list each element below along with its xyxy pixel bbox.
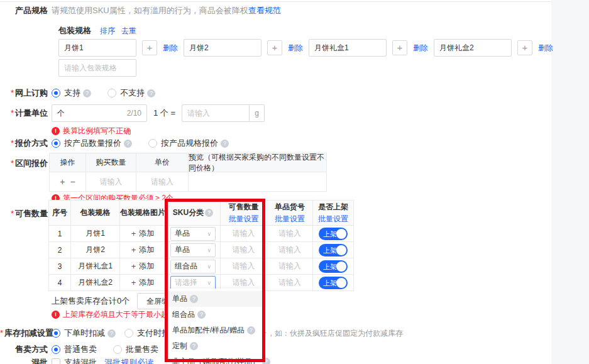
stock-error: ! 上架库存必填且大于等于最小起订量 xyxy=(52,309,184,320)
row3-listed-toggle[interactable]: 上架 xyxy=(319,260,348,273)
row1-qty-input[interactable]: 请输入 xyxy=(221,226,267,242)
row1-index: 1 xyxy=(49,226,71,242)
required-mark: * xyxy=(11,138,14,148)
sell-mode-label: 售卖方式 xyxy=(15,345,48,354)
row2-index: 2 xyxy=(49,242,71,258)
sku-option-combo[interactable]: 组合品 ? xyxy=(167,307,263,323)
normal-sell-radio[interactable] xyxy=(52,345,60,354)
deduct-on-order-radio[interactable] xyxy=(52,329,60,338)
row-product-spec: 产品规格 请规范使用SKU属性，如有滥用的行为，商品会被降权查看规范 xyxy=(0,5,281,16)
range-price-input[interactable]: 请输入 xyxy=(136,172,189,192)
mixed-batch-rules-link[interactable]: 混批规则必读 xyxy=(104,357,153,364)
package-spec-input-3[interactable] xyxy=(309,39,387,57)
mixed-batch-checkbox[interactable] xyxy=(52,358,60,364)
add-spec-icon[interactable]: + xyxy=(142,40,157,55)
help-icon[interactable]: ? xyxy=(190,295,198,303)
price-by-qty-radio[interactable] xyxy=(52,139,60,148)
remove-range-icon[interactable]: − xyxy=(70,177,75,187)
batch-sell-label[interactable]: 批量售卖 xyxy=(126,344,158,355)
row3-add-image[interactable]: +添加 xyxy=(120,258,166,275)
help-icon[interactable]: ? xyxy=(221,140,229,148)
range-qty-input[interactable]: 请输入 xyxy=(86,172,136,192)
delete-spec-link-3[interactable]: 删除 xyxy=(413,43,428,53)
row1-sku-select[interactable]: 单品∨ xyxy=(170,227,216,241)
row2-sku-value: 单品 xyxy=(175,245,190,255)
unit-ratio-input[interactable] xyxy=(182,104,250,122)
view-spec-rules-link[interactable]: 查看规范 xyxy=(248,5,281,16)
price-by-spec-radio[interactable] xyxy=(148,139,157,148)
new-package-spec-input[interactable] xyxy=(58,59,136,77)
sku-type-dropdown: 单品 ? 组合品 ? 单品加配件/样品/赠品 ? 定制 ? 非主品（赠品/配件/… xyxy=(167,289,263,364)
product-spec-label: 产品规格 xyxy=(0,5,48,16)
row2-listed-toggle[interactable]: 上架 xyxy=(319,244,348,256)
row2-code-input[interactable]: 请输入 xyxy=(267,242,313,258)
add-spec-icon[interactable]: + xyxy=(267,40,282,55)
row3-qty-input[interactable]: 请输入 xyxy=(221,258,267,275)
page-right-margin xyxy=(551,0,589,364)
help-icon[interactable]: ? xyxy=(247,326,255,334)
unit-error: ! 换算比例填写不正确 xyxy=(52,126,131,136)
row2-sku-select[interactable]: 单品∨ xyxy=(170,243,216,257)
row1-code-input[interactable]: 请输入 xyxy=(267,226,313,242)
range-price-table: 操作 购买数量 单价 预览（可根据买家采购的不同数量设置不同价格） + − 请输… xyxy=(49,153,327,192)
sku-option-non-main[interactable]: 非主品（赠品/配件/样品） ? xyxy=(167,354,263,364)
normal-sell-label[interactable]: 普通售卖 xyxy=(64,344,97,355)
unit-suffix: g xyxy=(250,104,265,122)
deduct-on-order-label[interactable]: 下单时扣减 xyxy=(64,328,105,339)
range-col-qty: 购买数量 xyxy=(86,153,136,172)
online-order-no-radio[interactable] xyxy=(107,89,116,97)
online-order-yes-radio[interactable] xyxy=(52,89,60,97)
package-spec-input-2[interactable] xyxy=(184,39,261,57)
row2-qty-input[interactable]: 请输入 xyxy=(221,242,267,258)
row1-listed-toggle[interactable]: 上架 xyxy=(319,228,348,240)
row4-listed-toggle[interactable]: 上架 xyxy=(319,277,348,289)
delete-spec-link-4[interactable]: 删除 xyxy=(538,43,553,53)
help-icon[interactable]: ? xyxy=(190,342,198,350)
online-order-no-label[interactable]: 不支持 xyxy=(120,87,145,99)
add-image-label: 添加 xyxy=(139,228,154,239)
package-spec-input-1[interactable] xyxy=(58,39,136,57)
online-order-yes-label[interactable]: 支持 xyxy=(64,87,80,99)
required-mark: * xyxy=(11,158,14,168)
range-col-operation: 操作 xyxy=(50,153,86,172)
sku-option-single[interactable]: 单品 ? xyxy=(167,291,263,307)
sku-option-text: 单品加配件/样品/赠品 xyxy=(172,325,245,336)
package-spec-input-4[interactable] xyxy=(434,39,512,57)
help-icon[interactable]: ? xyxy=(205,209,213,217)
row1-add-image[interactable]: +添加 xyxy=(120,226,166,242)
price-by-spec-label[interactable]: 按产品规格报价 xyxy=(161,138,218,149)
help-icon[interactable]: ? xyxy=(262,358,270,364)
batch-set-listed-link[interactable]: 批量设置 xyxy=(318,214,348,224)
sort-link[interactable]: 排序 xyxy=(100,26,115,36)
help-icon[interactable]: ? xyxy=(107,329,116,338)
help-icon[interactable]: ? xyxy=(147,89,155,97)
help-icon[interactable]: ? xyxy=(83,89,91,97)
deduct-on-pay-radio[interactable] xyxy=(124,329,133,338)
plus-icon: + xyxy=(131,262,136,271)
sku-option-custom[interactable]: 定制 ? xyxy=(167,338,263,354)
batch-set-qty-link[interactable]: 批量设置 xyxy=(229,214,259,224)
help-icon[interactable]: ? xyxy=(197,311,206,319)
add-image-label: 添加 xyxy=(139,245,154,255)
chevron-down-icon: ∨ xyxy=(207,263,211,270)
add-range-icon[interactable]: + xyxy=(60,177,65,187)
row2-add-image[interactable]: +添加 xyxy=(120,242,166,258)
row3-code-input[interactable]: 请输入 xyxy=(267,258,313,275)
delete-spec-link-1[interactable]: 删除 xyxy=(163,43,178,53)
add-spec-icon[interactable]: + xyxy=(517,40,532,55)
batch-sell-radio[interactable] xyxy=(113,345,122,354)
row4-add-image[interactable]: +添加 xyxy=(120,275,166,291)
add-spec-icon[interactable]: + xyxy=(392,40,407,55)
price-by-qty-label[interactable]: 按产品数量报价 xyxy=(64,138,121,149)
sellable-qty-header-text: 可售数量 xyxy=(229,202,259,212)
delete-spec-link-2[interactable]: 删除 xyxy=(288,43,303,53)
row4-sku-select[interactable]: 请选择∨ xyxy=(170,276,216,290)
sku-option-single-with-accessory[interactable]: 单品加配件/样品/赠品 ? xyxy=(167,323,263,338)
dedupe-link[interactable]: 去重 xyxy=(121,26,136,36)
mixed-batch-checkbox-label[interactable]: 支持混批 xyxy=(64,357,97,364)
unit-input[interactable]: 个 2/10 xyxy=(52,104,147,122)
help-icon[interactable]: ? xyxy=(124,140,132,148)
row3-sku-select[interactable]: 组合品∨ xyxy=(170,260,216,273)
batch-set-code-link[interactable]: 批量设置 xyxy=(275,214,305,224)
row4-code-input[interactable]: 请输入 xyxy=(267,275,313,291)
